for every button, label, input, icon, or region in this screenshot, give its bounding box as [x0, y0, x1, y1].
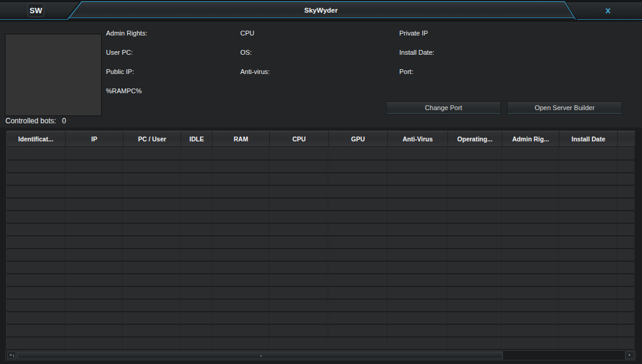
svg-text:SkyWyder: SkyWyder	[304, 7, 338, 14]
svg-text:SW: SW	[30, 6, 43, 15]
svg-text:x: x	[605, 5, 611, 15]
